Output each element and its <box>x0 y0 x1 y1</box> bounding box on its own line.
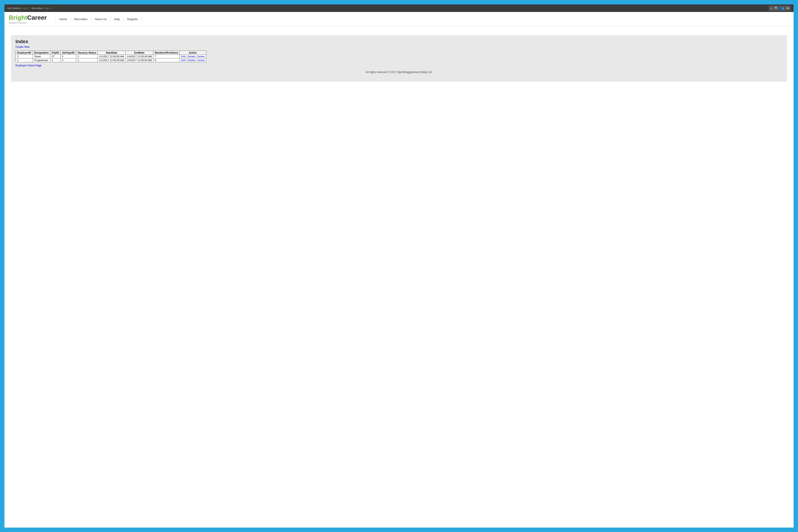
nav-home[interactable]: Home <box>56 17 71 22</box>
table-cell-6: 1/4/2017 12:00:00 AM <box>125 55 153 58</box>
home-icon[interactable]: ⌂ <box>770 6 772 10</box>
top-bar: Job Seekers: Log in Recruiters: Log in ⌂… <box>4 4 794 12</box>
create-new-link[interactable]: Create New <box>16 45 782 49</box>
top-bar-login-info: Job Seekers: Log in Recruiters: Log in <box>7 7 51 10</box>
mail-icon[interactable]: ✉ <box>786 6 789 10</box>
top-bar-icons: ⌂ 🔍 👥 ✉ <box>769 5 791 11</box>
table-cell-5: 1/1/2017 12:00:00 AM <box>98 58 126 62</box>
site-logo: BrightCareer <box>9 14 47 21</box>
job-seekers-label: Job Seekers: <box>7 7 21 10</box>
index-section: Index Create New EmployerID Designation … <box>11 35 787 82</box>
logo-wrapper: BrightCareer Journey to Success <box>9 14 47 24</box>
main-nav: Home Recruiters About Us Help Register <box>56 17 142 22</box>
action-edit-link[interactable]: Edit <box>181 59 185 61</box>
logo-career: Career <box>27 14 47 21</box>
recruiters-label: Recruiters: <box>32 7 43 10</box>
table-cell-0: 2 <box>16 55 33 58</box>
nav-about-us[interactable]: About Us <box>91 17 110 22</box>
logo-tagline: Journey to Success <box>9 22 47 24</box>
logo-bright: Bright <box>9 14 27 21</box>
table-cell-2: 2 <box>50 58 60 62</box>
footer-text: All rights reserved © 2017 Dipti Bhagyas… <box>16 71 782 77</box>
vacancies-table: EmployerID Designation CityID JobTypeID … <box>16 51 206 62</box>
table-cell-3: 4 <box>60 58 76 62</box>
table-cell-6: 1/5/2017 12:00:00 AM <box>125 58 153 62</box>
action-delete-link[interactable]: Delete <box>197 59 205 61</box>
nav-help[interactable]: Help <box>110 17 124 22</box>
nav-recruiters[interactable]: Recruiters <box>71 17 91 22</box>
action-edit-link[interactable]: Edit <box>181 55 185 58</box>
site-header: BrightCareer Journey to Success Home Rec… <box>4 12 794 26</box>
action-separator: | <box>195 55 197 58</box>
table-cell-1: Programmer <box>33 58 50 62</box>
action-separator: | <box>185 55 187 58</box>
table-cell-7: 7 <box>153 55 180 58</box>
action-details-link[interactable]: Details <box>187 55 195 58</box>
table-header-row: EmployerID Designation CityID JobTypeID … <box>16 51 206 55</box>
action-separator: | <box>195 59 197 61</box>
action-cell: Edit | Details | Delete <box>180 58 206 62</box>
table-cell-0: 2 <box>16 58 33 62</box>
col-city-id: CityID <box>50 51 60 55</box>
recruiters-login-link[interactable]: Log in <box>44 7 51 10</box>
table-cell-2: 27 <box>50 55 60 58</box>
col-positions: NumberofPositions <box>153 51 180 55</box>
users-icon[interactable]: 👥 <box>780 6 784 10</box>
employer-home-link[interactable]: Employer Home Page <box>16 64 782 67</box>
action-details-link[interactable]: Details <box>187 59 195 61</box>
index-title: Index <box>16 39 782 44</box>
search-icon[interactable]: 🔍 <box>775 6 778 10</box>
table-cell-1: Tester <box>33 55 50 58</box>
table-cell-4: 1 <box>76 58 97 62</box>
col-start-date: StartDate <box>98 51 126 55</box>
col-employer-id: EmployerID <box>16 51 33 55</box>
table-cell-3: 3 <box>60 55 76 58</box>
col-action: Action <box>180 51 206 55</box>
main-content: Index Create New EmployerID Designation … <box>4 26 794 115</box>
table-cell-7: 9 <box>153 58 180 62</box>
nav-register[interactable]: Register <box>124 17 142 22</box>
col-designation: Designation <box>33 51 50 55</box>
action-separator: | <box>185 59 187 61</box>
table-cell-5: 1/1/2017 12:00:00 AM <box>98 55 126 58</box>
job-seekers-login-link[interactable]: Log in <box>22 7 29 10</box>
col-end-date: EndDate <box>125 51 153 55</box>
table-row: 2Tester27311/1/2017 12:00:00 AM1/4/2017 … <box>16 55 206 58</box>
col-job-type-id: JobTypeID <box>60 51 76 55</box>
table-row: 2Programmer2411/1/2017 12:00:00 AM1/5/20… <box>16 58 206 62</box>
col-vacancy-status: Vacancy Status <box>76 51 97 55</box>
action-delete-link[interactable]: Delete <box>197 55 205 58</box>
table-cell-4: 1 <box>76 55 97 58</box>
action-cell: Edit | Details | Delete <box>180 55 206 58</box>
